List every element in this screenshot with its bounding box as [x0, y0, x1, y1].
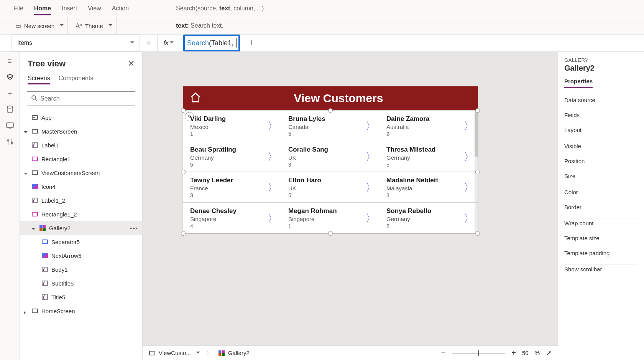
- insert-icon[interactable]: ＋: [5, 89, 15, 98]
- next-arrow-icon[interactable]: 〉: [464, 150, 474, 163]
- tree-item-nextarrow5[interactable]: NextArrow5: [20, 249, 142, 263]
- advanced-tools-icon[interactable]: [5, 137, 15, 146]
- resize-handle[interactable]: [475, 108, 480, 113]
- expand-icon[interactable]: [24, 129, 28, 134]
- gallery-item[interactable]: Tawny LeederFrance3〉: [183, 172, 281, 203]
- close-icon[interactable]: ✕: [128, 59, 135, 69]
- zoom-slider[interactable]: [452, 353, 505, 353]
- expand-icon[interactable]: [31, 226, 36, 230]
- tab-components[interactable]: Components: [59, 75, 94, 84]
- media-icon[interactable]: [5, 121, 15, 130]
- tree-view-icon[interactable]: [5, 73, 15, 82]
- next-arrow-icon[interactable]: 〉: [464, 180, 474, 194]
- next-arrow-icon[interactable]: 〉: [268, 211, 278, 225]
- menu-file[interactable]: File: [13, 5, 23, 12]
- next-arrow-icon[interactable]: 〉: [366, 180, 376, 194]
- tree-item-separator5[interactable]: Separator5: [20, 235, 142, 249]
- app-canvas[interactable]: View Customers ✎ Viki DarlingMexico1〉Bru…: [183, 86, 478, 234]
- prop-fields[interactable]: Fields: [564, 112, 638, 118]
- next-arrow-icon[interactable]: 〉: [268, 119, 278, 132]
- prop-border[interactable]: Border: [564, 204, 638, 210]
- prop-visible[interactable]: Visible: [564, 141, 638, 149]
- tab-properties[interactable]: Properties: [564, 78, 593, 88]
- zoom-out-button[interactable]: −: [441, 348, 446, 357]
- next-arrow-icon[interactable]: 〉: [464, 211, 474, 225]
- menu-view[interactable]: View: [88, 5, 101, 12]
- prop-size[interactable]: Size: [564, 173, 638, 179]
- next-arrow-icon[interactable]: 〉: [268, 150, 278, 163]
- breadcrumb-screen[interactable]: ViewCusto...: [149, 350, 200, 357]
- prop-color[interactable]: Color: [564, 187, 638, 195]
- resize-handle[interactable]: [181, 108, 186, 113]
- resize-handle[interactable]: [328, 108, 333, 113]
- gallery-item[interactable]: Sonya RebelloGermany2〉: [380, 203, 478, 233]
- next-arrow-icon[interactable]: 〉: [464, 119, 474, 132]
- tree-item-homescreen[interactable]: HomeScreen: [20, 304, 142, 318]
- prop-template-size[interactable]: Template size: [564, 235, 638, 241]
- fit-to-window-icon[interactable]: ⤢: [546, 349, 552, 357]
- secondary-caret: I: [251, 39, 253, 47]
- resize-handle[interactable]: [475, 231, 480, 236]
- gallery-item[interactable]: Denae ChesleySingapore4〉: [183, 203, 281, 233]
- zoom-in-button[interactable]: +: [511, 348, 516, 357]
- prop-show-scrollbar[interactable]: Show scrollbar: [564, 264, 638, 272]
- next-arrow-icon[interactable]: 〉: [268, 180, 278, 194]
- tree-item-viewcustomersscreen[interactable]: ViewCustomersScreen: [20, 166, 142, 180]
- expand-icon[interactable]: [24, 170, 28, 175]
- next-arrow-icon[interactable]: 〉: [366, 150, 376, 163]
- prop-position[interactable]: Position: [564, 158, 638, 164]
- resize-handle[interactable]: [328, 231, 333, 236]
- resize-handle[interactable]: [475, 170, 480, 174]
- new-screen-button[interactable]: ▭ New screen: [12, 17, 68, 35]
- fx-button[interactable]: fx: [157, 35, 180, 51]
- menu-insert[interactable]: Insert: [62, 5, 77, 12]
- tree-item-label1[interactable]: Label1: [20, 138, 142, 152]
- gallery-item[interactable]: Bruna LylesCanada5〉: [281, 111, 380, 141]
- tree-item-gallery2[interactable]: Gallery2 •••: [20, 221, 142, 235]
- home-icon[interactable]: [190, 92, 201, 105]
- gallery-item[interactable]: Megan RohmanSingapore1〉: [281, 203, 380, 233]
- prop-wrap-count[interactable]: Wrap count: [564, 218, 638, 226]
- collapse-icon[interactable]: [24, 309, 28, 313]
- menu-action[interactable]: Action: [112, 5, 129, 12]
- tree-item-rectangle1[interactable]: Rectangle1: [20, 152, 142, 166]
- gallery-item[interactable]: Beau SpratlingGermany5〉: [183, 141, 281, 172]
- gallery-item[interactable]: Elton HaroUK5〉: [281, 172, 380, 203]
- gallery-row: Viki DarlingMexico1〉Bruna LylesCanada5〉D…: [183, 111, 478, 141]
- tree-label: Rectangle1: [41, 156, 71, 162]
- tab-screens[interactable]: Screens: [28, 75, 50, 84]
- resize-handle[interactable]: [181, 170, 186, 174]
- tree-item-masterscreen[interactable]: MasterScreen: [20, 124, 142, 138]
- tree-item-label1-2[interactable]: Label1_2: [20, 193, 142, 207]
- data-icon[interactable]: [5, 105, 15, 114]
- formula-input[interactable]: Search(Table1, I: [180, 35, 644, 51]
- control-name[interactable]: Gallery2: [564, 64, 638, 73]
- prop-layout[interactable]: Layout: [564, 127, 638, 133]
- gallery-item[interactable]: Thresa MilsteadGermany5〉: [380, 141, 478, 172]
- prop-template-padding[interactable]: Template padding: [564, 250, 638, 256]
- prop-data-source[interactable]: Data source: [564, 97, 638, 103]
- next-arrow-icon[interactable]: 〉: [366, 119, 376, 132]
- tree-item-rectangle1-2[interactable]: Rectangle1_2: [20, 207, 142, 221]
- chevron-down-icon: [194, 350, 200, 357]
- resize-handle[interactable]: [181, 231, 186, 236]
- tree-item-icon4[interactable]: Icon4: [20, 180, 142, 193]
- canvas-area[interactable]: View Customers ✎ Viki DarlingMexico1〉Bru…: [143, 52, 558, 360]
- tree-item-app[interactable]: App: [20, 111, 142, 124]
- gallery-item[interactable]: Madaline NeblettMalayasia3〉: [380, 172, 478, 203]
- theme-button[interactable]: Aᵃ Theme: [72, 17, 116, 35]
- tree-item-body1[interactable]: Body1: [20, 263, 142, 276]
- hamburger-icon[interactable]: ≡: [5, 56, 15, 66]
- gallery-item[interactable]: Viki DarlingMexico1〉: [183, 111, 281, 141]
- gallery-item[interactable]: Daine ZamoraAustralia2〉: [380, 111, 478, 141]
- breadcrumb-control[interactable]: Gallery2: [218, 350, 250, 357]
- tree-search-input[interactable]: Search: [27, 91, 135, 106]
- more-icon[interactable]: •••: [130, 225, 138, 231]
- gallery-item[interactable]: Coralie SangUK3〉: [281, 141, 380, 172]
- tree-item-subtitle5[interactable]: Subtitle5: [20, 276, 142, 290]
- menu-home[interactable]: Home: [34, 5, 51, 15]
- next-arrow-icon[interactable]: 〉: [366, 211, 376, 225]
- gallery-control[interactable]: ✎ Viki DarlingMexico1〉Bruna LylesCanada5…: [183, 110, 478, 234]
- tree-item-title5[interactable]: Title5: [20, 290, 142, 304]
- property-selector[interactable]: Items: [12, 35, 140, 51]
